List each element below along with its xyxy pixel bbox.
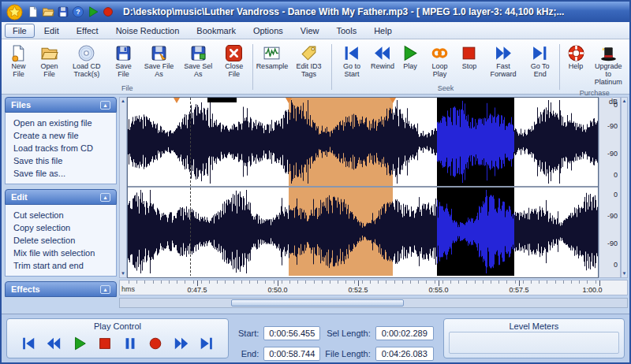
- stop-button[interactable]: [95, 334, 115, 353]
- skip-start-icon: [21, 336, 36, 351]
- sidebar-item-mix-file-with-selection[interactable]: Mix file with selection: [6, 247, 116, 259]
- edit-id3-tags-button[interactable]: Edit ID3 Tags: [288, 41, 329, 80]
- horizontal-scrollbar-thumb[interactable]: [231, 299, 404, 306]
- upgrade-to-platinum-button[interactable]: Upgrade to Platinum: [590, 41, 627, 88]
- rewind-button[interactable]: [43, 334, 64, 353]
- menu-item-file[interactable]: File: [5, 24, 35, 38]
- toolbar-button-label: Loop Play: [426, 63, 453, 79]
- field-label-start: Start:: [238, 329, 259, 338]
- left-vertical-scrollbar[interactable]: ▲ ▼: [119, 97, 127, 278]
- field-value-end: 0:00:58.744: [263, 347, 320, 361]
- sidebar-item-cut-selection[interactable]: Cut selection: [6, 209, 116, 221]
- timeline-major-tick: [278, 280, 278, 286]
- timeline-tick-label: 0:57.5: [509, 286, 528, 294]
- go-to-end-button[interactable]: [196, 334, 217, 353]
- play-button[interactable]: Play: [396, 41, 424, 72]
- play-button[interactable]: [69, 334, 90, 353]
- play-control-title: Play Control: [7, 319, 228, 332]
- toolbar-group-file: New FileOpen FileLoad CD Track(s)Save Fi…: [4, 41, 250, 94]
- sidebar-item-save-file-as[interactable]: Save file as...: [6, 167, 116, 180]
- waveform-pane: ▲ ▼ dB 0-90-9000-90-900 ▲ ▼ hms: [119, 97, 628, 312]
- new-file-button[interactable]: New File: [4, 41, 33, 80]
- collapse-chevron-icon[interactable]: ▲: [100, 193, 110, 202]
- menu-item-options[interactable]: Options: [245, 24, 291, 38]
- rewind-button[interactable]: Rewind: [368, 41, 396, 72]
- toolbar-button-label: New File: [6, 63, 31, 79]
- save-file-button[interactable]: Save File: [108, 41, 139, 80]
- save-sel-as-button[interactable]: Save Sel As: [179, 41, 218, 80]
- scroll-up-icon[interactable]: ▲: [121, 98, 125, 104]
- db-scale-label: -90: [607, 122, 618, 130]
- sidebar-panel-header-files[interactable]: Files▲: [5, 97, 117, 113]
- scroll-up-icon[interactable]: ▲: [622, 98, 627, 104]
- right-vertical-scrollbar[interactable]: ▲ ▼: [621, 97, 628, 278]
- ff-icon: [495, 44, 513, 62]
- sidebar: Files▲Open an existing fileCreate a new …: [5, 97, 117, 312]
- sidebar-item-delete-selection[interactable]: Delete selection: [6, 234, 116, 247]
- menu-item-tools[interactable]: Tools: [328, 24, 364, 38]
- title-bar[interactable]: ? D:\desktop\music\Luther Vandross - Dan…: [2, 2, 629, 22]
- sidebar-item-copy-selection[interactable]: Copy selection: [6, 221, 116, 234]
- level-meters-panel: Level Meters: [443, 318, 625, 358]
- sidebar-item-save-this-file[interactable]: Save this file: [6, 154, 116, 167]
- save-file-as-button[interactable]: Save File As: [139, 41, 179, 80]
- sidebar-item-create-a-new-file[interactable]: Create a new file: [6, 129, 116, 142]
- play-icon: [72, 336, 88, 351]
- fast-forward-button[interactable]: [171, 334, 192, 353]
- help-button[interactable]: Help: [562, 41, 590, 72]
- stop-button[interactable]: Stop: [455, 41, 483, 72]
- toolbar-group-label: Seek: [334, 84, 556, 94]
- menu-item-noise-reduction[interactable]: Noise Reduction: [108, 24, 188, 38]
- app-logo-icon: [6, 4, 23, 20]
- collapse-chevron-icon[interactable]: ▲: [100, 285, 110, 294]
- pause-button[interactable]: [120, 334, 140, 353]
- rewind-icon: [46, 336, 62, 351]
- resample-button[interactable]: Resample: [256, 41, 288, 72]
- sidebar-panel-header-effects[interactable]: Effects▲: [5, 281, 117, 297]
- menu-item-view[interactable]: View: [293, 24, 327, 38]
- db-scale-label: 0: [614, 261, 618, 269]
- menu-item-bookmark[interactable]: Bookmark: [189, 24, 244, 38]
- toolbar-button-label: Stop: [462, 63, 477, 71]
- waveform-channel-left[interactable]: [128, 98, 598, 188]
- go-to-start-button[interactable]: Go to Start: [334, 41, 368, 80]
- toolbar-button-label: Play: [403, 63, 417, 71]
- db-scale-label: -90: [607, 212, 618, 220]
- menu-item-edit[interactable]: Edit: [36, 24, 67, 38]
- floppy-icon: [114, 44, 133, 62]
- timeline-tick-label: 1:00.0: [582, 286, 602, 294]
- collapse-chevron-icon[interactable]: ▲: [100, 101, 110, 110]
- record-button[interactable]: [145, 334, 166, 353]
- waveform-channel-right[interactable]: [128, 188, 598, 276]
- sidebar-panel-header-edit[interactable]: Edit▲: [5, 189, 117, 205]
- fast-forward-button[interactable]: Fast Forward: [483, 41, 523, 80]
- toolbar-group-label: [256, 84, 329, 94]
- menu-item-effect[interactable]: Effect: [69, 24, 106, 38]
- loop-play-button[interactable]: Loop Play: [424, 41, 455, 80]
- record-icon: [147, 336, 163, 351]
- record-icon: [102, 6, 114, 18]
- toolbar-group-1: ResampleEdit ID3 Tags: [256, 41, 329, 94]
- folder-icon: [40, 44, 58, 62]
- menu-item-help[interactable]: Help: [366, 24, 400, 38]
- horizontal-scrollbar[interactable]: [119, 298, 628, 308]
- sidebar-item-trim-start-and-end[interactable]: Trim start and end: [6, 259, 116, 272]
- load-cd-tracks-button[interactable]: Load CD Track(s): [65, 41, 108, 80]
- scroll-down-icon[interactable]: ▼: [121, 271, 125, 277]
- scroll-down-icon[interactable]: ▼: [622, 271, 627, 277]
- sidebar-item-open-an-existing-file[interactable]: Open an existing file: [6, 117, 116, 129]
- go-to-end-button[interactable]: Go To End: [524, 41, 557, 80]
- go-to-start-button[interactable]: [18, 334, 39, 353]
- close-file-button[interactable]: Close File: [218, 41, 251, 80]
- doc-icon: [9, 44, 28, 62]
- timeline-ruler[interactable]: hms 0:47.50:50.00:52.50:55.00:57.51:00.0: [119, 280, 628, 295]
- open-file-button[interactable]: Open File: [33, 41, 65, 80]
- toolbar-button-label: Rewind: [371, 63, 394, 71]
- open-file-icon: [42, 6, 54, 18]
- sidebar-panel-title: Effects: [11, 284, 40, 294]
- db-scale-label: 0: [614, 191, 618, 199]
- toolbar-group-label: File: [4, 84, 250, 94]
- sidebar-item-load-tracks-from-cd[interactable]: Load tracks from CD: [6, 142, 116, 154]
- toolbar-button-label: Save File As: [141, 63, 177, 79]
- sidebar-panel-body: Cut selectionCopy selectionDelete select…: [5, 205, 117, 277]
